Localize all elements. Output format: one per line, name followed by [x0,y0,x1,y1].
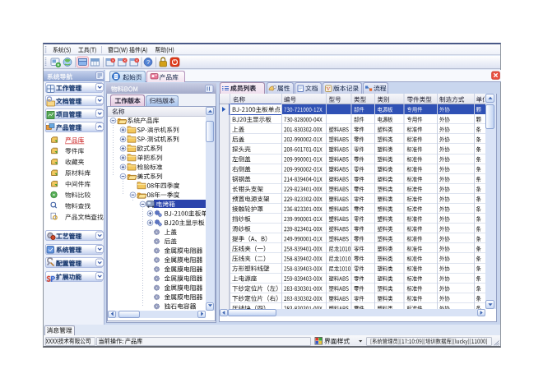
svg-text:V: V [327,85,331,91]
svg-text:?: ? [146,58,151,66]
